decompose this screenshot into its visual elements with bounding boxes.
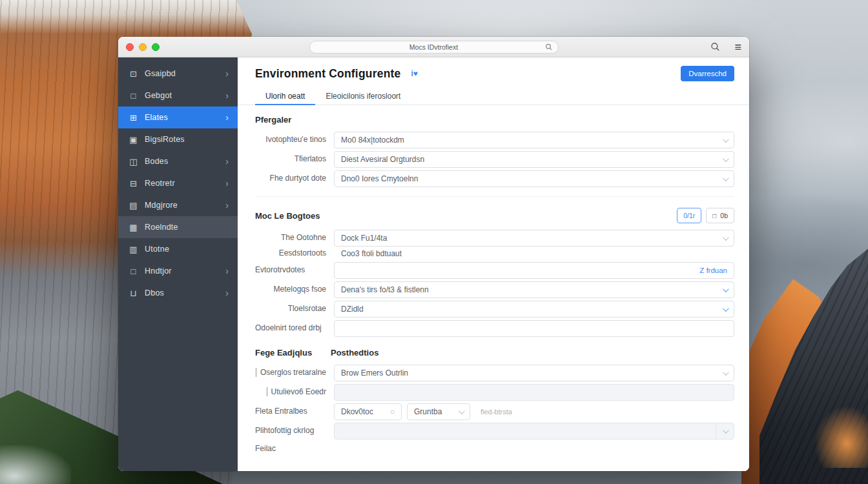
field-label: Tfierlatos — [255, 155, 334, 164]
chevron-right-icon: › — [225, 68, 229, 79]
sidebar-item-bigsirotes[interactable]: ▣ BigsiRotes — [118, 128, 238, 150]
sidebar-item-utotne[interactable]: ▥ Utotne — [118, 238, 238, 260]
form-row: Feilac — [255, 445, 734, 454]
section-divider — [255, 196, 734, 197]
text-input[interactable]: Z frduan — [334, 262, 734, 279]
form-row: Utulievo6 Eoedr — [255, 384, 734, 401]
section-title: Moc Le Bogtoes — [255, 211, 320, 221]
table-icon: ⊟ — [129, 179, 138, 188]
list-icon: ▤ — [129, 201, 138, 210]
select-value: Brow Emers Outrlin — [341, 368, 723, 378]
grid-icon: ⊞ — [129, 113, 138, 123]
field-label: Feilac — [255, 445, 334, 454]
text-input[interactable] — [334, 320, 734, 337]
form-row: Tfierlatos Diest Avesiral Orgturdsn — [255, 151, 734, 168]
field-label: Plihtofottig ckrlog — [255, 427, 334, 436]
section-title: Pfergaler — [255, 115, 734, 125]
sidebar-item-reotretr[interactable]: ⊟ Reotretr › — [118, 172, 238, 194]
select-field-disabled[interactable] — [334, 423, 734, 439]
square-icon: □ — [129, 267, 138, 276]
field-label: Oserglos tretaralne — [255, 368, 334, 378]
toggle-ratio-button[interactable]: 0/1r — [677, 208, 701, 223]
form-content: Pfergaler Ivotophteu'e tinos Mo0 84x|tot… — [238, 105, 749, 471]
tab-first-active[interactable]: Ulorih oeatt — [255, 87, 315, 105]
primary-action-button[interactable]: Dvarreschd — [681, 66, 734, 81]
field-label: Eesdstortoots — [255, 249, 334, 258]
dashboard-icon: ⊡ — [129, 69, 138, 79]
search-icon — [545, 43, 553, 51]
square-icon: □ — [129, 91, 138, 101]
sidebar-item-label: Hndtjor — [145, 267, 225, 276]
form-row: Evtorotrvdotes Z frduan — [255, 262, 734, 279]
sidebar-item-gsaipbd[interactable]: ⊡ Gsaipbd › — [118, 63, 238, 85]
view-option-button[interactable]: □ 0b — [706, 208, 734, 223]
chevron-down-icon — [723, 305, 729, 312]
sidebar-item-roelndte[interactable]: ▦ Roelndte — [118, 216, 238, 238]
briefcase-icon: ⊔ — [129, 288, 138, 298]
sidebar-item-label: BigsiRotes — [145, 135, 229, 144]
time-input[interactable]: Dkov0toc ○ — [334, 403, 402, 420]
sidebar-item-bodes[interactable]: ◫ Bodes › — [118, 150, 238, 172]
section-title-left: Fege Eadjqlus — [255, 348, 331, 358]
unit-select[interactable]: Gruntba — [407, 403, 470, 420]
zoom-window-button[interactable] — [152, 43, 160, 51]
sidebar-item-hndtjor[interactable]: □ Hndtjor › — [118, 260, 238, 282]
title-badge-icon: i♥ — [411, 69, 418, 78]
label-bar — [267, 387, 267, 396]
square-icon: □ — [712, 212, 716, 219]
desktop-wallpaper: Mocs IDvtrofiext ≡ ⊡ Gsaipbd › □ Gebgot … — [0, 0, 868, 484]
select-value: Diest Avesiral Orgturdsn — [341, 155, 723, 164]
form-row: Metelogqs fsoe Dena's tirs fo/t3 & fistl… — [255, 281, 734, 298]
window-titlebar: Mocs IDvtrofiext ≡ — [118, 37, 749, 57]
address-search-bar[interactable]: Mocs IDvtrofiext — [309, 41, 559, 54]
minimize-window-button[interactable] — [139, 43, 147, 51]
sidebar-item-label: Mdgjrore — [145, 201, 225, 210]
text-input-disabled[interactable] — [334, 384, 734, 401]
sidebar-item-gebgot[interactable]: □ Gebgot › — [118, 85, 238, 106]
select-value: Gruntba — [414, 407, 459, 416]
sidebar-item-dbos[interactable]: ⊔ Dbos › — [118, 282, 238, 304]
grid-dense-icon: ▦ — [129, 223, 138, 232]
chevron-right-icon: › — [225, 90, 229, 101]
app-window: Mocs IDvtrofiext ≡ ⊡ Gsaipbd › □ Gebgot … — [118, 37, 749, 471]
square-dot-icon: ▣ — [129, 135, 138, 145]
select-value: Dock Fu1/4ta — [341, 234, 723, 243]
select-field[interactable]: Dock Fu1/4ta — [334, 230, 734, 247]
chevron-down-icon — [723, 369, 729, 376]
search-icon[interactable] — [710, 42, 720, 52]
inline-action-link[interactable]: Z frduan — [699, 267, 727, 274]
clock-icon: ○ — [390, 407, 395, 416]
select-field[interactable]: Mo0 84x|totockdm — [334, 132, 734, 148]
form-row: The Ootohne Dock Fu1/4ta — [255, 230, 734, 247]
menu-icon[interactable]: ≡ — [734, 41, 741, 53]
snow-patch — [0, 445, 71, 484]
chevron-down-icon — [459, 408, 465, 414]
chevron-down-icon — [723, 175, 729, 181]
sidebar-item-label: Utotne — [145, 245, 229, 254]
form-row: Odoelnirt tored drbj — [255, 320, 734, 337]
sidebar-item-label: Reotretr — [145, 179, 225, 188]
input-value: Dkov0toc — [341, 407, 390, 416]
bar-chart-icon: ▥ — [129, 245, 138, 254]
sidebar-item-mdgjrore[interactable]: ▤ Mdgjrore › — [118, 194, 238, 216]
select-field[interactable]: Dno0 Iores Cmytoelnn — [334, 170, 734, 187]
form-row: Plihtofottig ckrlog — [255, 423, 734, 439]
field-label: Fhe durtyot dote — [255, 174, 334, 183]
chevron-right-icon: › — [225, 200, 229, 210]
select-field[interactable]: Brow Emers Outrlin — [334, 365, 734, 381]
form-row: Eesdstortoots Coo3 ftoli bdtuaut — [255, 249, 734, 258]
sidebar-item-elates-active[interactable]: ⊞ Elates › — [118, 106, 238, 128]
chevron-down-icon — [723, 136, 729, 143]
traffic-lights — [126, 43, 160, 51]
chevron-right-icon: › — [225, 288, 229, 298]
tab-second[interactable]: Eleoicilonis iferosloort — [315, 87, 411, 105]
chevron-right-icon: › — [225, 266, 229, 276]
mountain-glow — [815, 407, 868, 468]
sidebar-item-label: Gebgot — [145, 91, 225, 100]
select-field[interactable]: Dena's tirs fo/t3 & fistlenn — [334, 281, 734, 298]
select-field[interactable]: DZidld — [334, 301, 734, 318]
select-field[interactable]: Diest Avesiral Orgturdsn — [334, 151, 734, 168]
view-option-label: 0b — [720, 212, 728, 219]
close-window-button[interactable] — [126, 43, 134, 51]
dropdown-cell[interactable] — [716, 423, 727, 439]
